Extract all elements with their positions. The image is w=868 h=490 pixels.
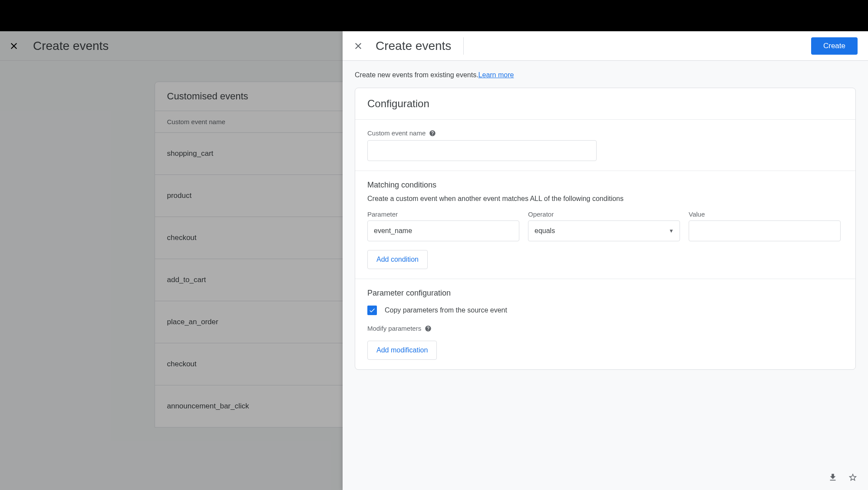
- configuration-card: Configuration Custom event name Matching…: [355, 88, 856, 370]
- help-icon[interactable]: [425, 325, 432, 332]
- operator-select[interactable]: [528, 220, 680, 241]
- create-button[interactable]: Create: [811, 37, 858, 55]
- intro-text-content: Create new events from existing events.: [355, 71, 479, 79]
- add-modification-button[interactable]: Add modification: [367, 341, 437, 360]
- value-label: Value: [689, 210, 841, 218]
- value-input[interactable]: [689, 220, 841, 241]
- parameter-input[interactable]: [367, 220, 519, 241]
- intro-text: Create new events from existing events.L…: [355, 71, 856, 79]
- event-name-label: Custom event name: [367, 129, 843, 137]
- event-name-input[interactable]: [367, 140, 597, 161]
- condition-row: Parameter Operator ▼ Value: [367, 210, 843, 241]
- download-icon[interactable]: [828, 473, 838, 482]
- copy-params-label: Copy parameters from the source event: [385, 306, 507, 314]
- config-title: Configuration: [355, 88, 855, 120]
- modify-params-label: Modify parameters: [367, 325, 843, 332]
- panel-title: Create events: [376, 37, 464, 55]
- matching-subtext: Create a custom event when another event…: [367, 195, 843, 203]
- copy-params-checkbox[interactable]: [367, 306, 377, 315]
- add-condition-button[interactable]: Add condition: [367, 250, 428, 269]
- param-config-heading: Parameter configuration: [367, 289, 843, 298]
- panel-header: Create events Create: [343, 31, 868, 61]
- browser-top-bar: [0, 0, 868, 31]
- learn-more-link[interactable]: Learn more: [479, 71, 514, 79]
- star-icon[interactable]: [848, 473, 858, 482]
- operator-label: Operator: [528, 210, 680, 218]
- parameter-label: Parameter: [367, 210, 519, 218]
- close-icon[interactable]: [353, 41, 363, 51]
- checkmark-icon: [369, 307, 376, 314]
- help-icon[interactable]: [429, 130, 436, 137]
- matching-heading: Matching conditions: [367, 181, 843, 190]
- create-events-panel: Create events Create Create new events f…: [343, 31, 868, 490]
